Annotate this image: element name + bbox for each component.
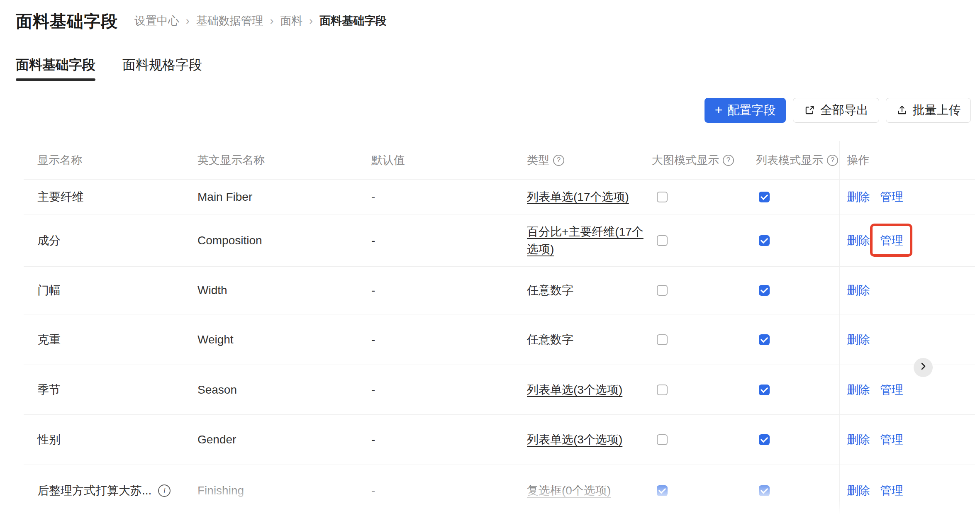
tab-fabric-spec-fields[interactable]: 面料规格字段	[122, 56, 202, 74]
manage-link[interactable]: 管理	[880, 382, 903, 398]
type-link[interactable]: 列表单选(3个选项)	[527, 433, 622, 446]
manage-link[interactable]: 管理	[880, 483, 903, 499]
large-mode-checkbox[interactable]	[657, 434, 668, 445]
list-mode-checkbox[interactable]	[759, 334, 770, 345]
column-header-english-name: 英文显示名称	[197, 153, 265, 168]
column-header-list-mode: 列表模式显示?	[756, 153, 838, 168]
manage-link[interactable]: 管理	[880, 189, 903, 205]
configure-field-label: 配置字段	[727, 102, 775, 119]
delete-link[interactable]: 删除	[847, 483, 870, 499]
table-row-weight: 克重 Weight - 任意数字 删除	[24, 314, 975, 365]
delete-link[interactable]: 删除	[847, 382, 870, 398]
large-mode-checkbox[interactable]	[657, 235, 668, 246]
batch-upload-button[interactable]: 批量上传	[886, 98, 971, 123]
cell-english-name: Width	[197, 284, 227, 297]
upload-icon	[896, 105, 908, 116]
cell-display-name: 季节	[37, 382, 61, 398]
annotation-box: 管理	[880, 233, 903, 248]
breadcrumb-item-current: 面料基础字段	[319, 13, 387, 28]
chevron-right-icon	[918, 361, 928, 374]
list-mode-checkbox[interactable]	[759, 235, 770, 246]
table-row-main-fiber: 主要纤维 Main Fiber - 列表单选(17个选项) 删除 管理	[24, 180, 975, 214]
active-tab-underline	[16, 78, 95, 81]
delete-link[interactable]: 删除	[847, 432, 870, 448]
help-icon[interactable]: ?	[827, 155, 838, 166]
table-row-season: 季节 Season - 列表单选(3个选项) 删除 管理	[24, 365, 975, 415]
cell-display-name: 主要纤维	[37, 189, 84, 205]
large-mode-checkbox[interactable]	[657, 285, 668, 296]
cell-default-value: -	[371, 333, 375, 346]
manage-link-highlighted[interactable]: 管理	[880, 234, 903, 247]
export-all-label: 全部导出	[820, 102, 868, 119]
delete-link[interactable]: 删除	[847, 233, 870, 248]
export-icon	[804, 105, 815, 116]
scroll-right-button[interactable]	[914, 358, 933, 377]
breadcrumb: 设置中心 › 基础数据管理 › 面料 › 面料基础字段	[134, 13, 387, 28]
cell-english-name: Composition	[197, 234, 262, 247]
breadcrumb-separator: ›	[269, 15, 275, 27]
fabric-basic-fields-page: 面料基础字段 设置中心 › 基础数据管理 › 面料 › 面料基础字段 面料基础字…	[0, 0, 980, 516]
cell-english-name: Gender	[197, 433, 236, 446]
cell-english-name: Main Fiber	[197, 190, 252, 204]
configure-field-button[interactable]: + 配置字段	[705, 98, 786, 123]
large-mode-checkbox[interactable]	[657, 192, 668, 202]
fields-table: 显示名称 英文显示名称 默认值 类型? 大图模式显示? 列表模式显示? 操作 主…	[24, 141, 975, 516]
column-header-type: 类型?	[527, 153, 564, 168]
table-header-row: 显示名称 英文显示名称 默认值 类型? 大图模式显示? 列表模式显示? 操作	[24, 141, 975, 180]
actions-column-divider	[839, 141, 840, 516]
breadcrumb-item-settings-center[interactable]: 设置中心	[134, 13, 179, 28]
cell-default-value: -	[371, 383, 375, 397]
cell-english-name: Weight	[197, 333, 234, 346]
info-icon[interactable]: i	[158, 484, 171, 497]
manage-link[interactable]: 管理	[880, 432, 903, 448]
column-header-actions: 操作	[847, 153, 869, 168]
tab-bar: 面料基础字段 面料规格字段	[0, 40, 980, 86]
large-mode-checkbox[interactable]	[657, 385, 668, 395]
help-icon[interactable]: ?	[723, 155, 734, 166]
list-mode-checkbox[interactable]	[759, 385, 770, 395]
column-header-large-mode: 大图模式显示?	[652, 153, 734, 168]
cell-display-name: 克重	[37, 332, 61, 348]
list-mode-checkbox[interactable]	[759, 434, 770, 445]
table-row-gender: 性别 Gender - 列表单选(3个选项) 删除 管理	[24, 415, 975, 465]
delete-link[interactable]: 删除	[847, 282, 870, 298]
delete-link[interactable]: 删除	[847, 189, 870, 205]
cell-display-name: 门幅	[37, 282, 61, 298]
cell-display-name: 成分	[37, 233, 61, 248]
help-icon[interactable]: ?	[553, 155, 564, 166]
cell-display-name: 性别	[37, 432, 61, 448]
cell-default-value: -	[371, 433, 375, 446]
list-mode-checkbox[interactable]	[759, 485, 770, 496]
large-mode-checkbox[interactable]	[657, 334, 668, 345]
cell-default-value: -	[371, 234, 375, 247]
type-link[interactable]: 百分比+主要纤维(17个选项)	[527, 223, 651, 258]
list-mode-checkbox[interactable]	[759, 192, 770, 202]
table-row-width: 门幅 Width - 任意数字 删除	[24, 267, 975, 314]
plus-icon: +	[715, 103, 723, 117]
cell-default-value: -	[371, 284, 375, 297]
type-link[interactable]: 复选框(0个选项)	[527, 484, 611, 497]
delete-link[interactable]: 删除	[847, 332, 870, 348]
cell-display-name: 后整理方式打算大苏...	[37, 483, 151, 499]
type-link[interactable]: 列表单选(17个选项)	[527, 190, 629, 203]
column-header-display-name: 显示名称	[37, 153, 82, 168]
cell-default-value: -	[371, 190, 375, 204]
cell-english-name: Finishing	[197, 484, 244, 497]
breadcrumb-item-basic-data-management[interactable]: 基础数据管理	[196, 13, 263, 28]
tab-fabric-basic-fields[interactable]: 面料基础字段	[16, 56, 95, 74]
cell-english-name: Season	[197, 383, 237, 397]
batch-upload-label: 批量上传	[913, 102, 961, 119]
cell-type: 任意数字	[527, 282, 573, 298]
list-mode-checkbox[interactable]	[759, 285, 770, 296]
header-column-divider	[189, 149, 189, 172]
page-title: 面料基础字段	[16, 10, 118, 33]
breadcrumb-separator: ›	[308, 15, 314, 27]
breadcrumb-item-fabric[interactable]: 面料	[280, 13, 302, 28]
table-row-composition: 成分 Composition - 百分比+主要纤维(17个选项) 删除 管理	[24, 214, 975, 267]
large-mode-checkbox[interactable]	[657, 485, 668, 496]
column-header-default-value: 默认值	[371, 153, 405, 168]
type-link[interactable]: 列表单选(3个选项)	[527, 383, 622, 396]
cell-type: 任意数字	[527, 332, 573, 348]
export-all-button[interactable]: 全部导出	[793, 98, 879, 123]
top-bar: 面料基础字段 设置中心 › 基础数据管理 › 面料 › 面料基础字段	[0, 0, 980, 40]
